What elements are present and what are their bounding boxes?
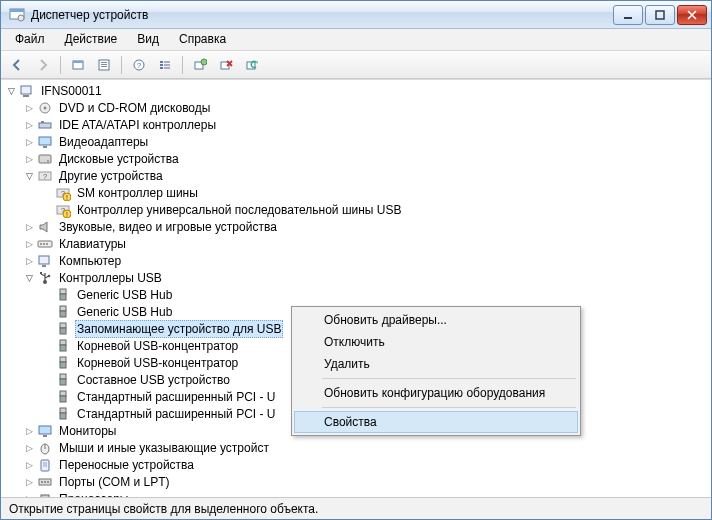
svg-rect-46 — [46, 243, 48, 245]
context-menu-item[interactable]: Обновить конфигурацию оборудования — [294, 382, 578, 404]
svg-rect-52 — [60, 289, 66, 294]
minimize-button[interactable] — [613, 5, 643, 25]
svg-point-2 — [18, 15, 24, 21]
svg-rect-15 — [160, 67, 163, 69]
port-icon — [37, 474, 53, 490]
tree-node-label: Контроллер универсальной последовательно… — [75, 202, 403, 218]
toolbar-back-button[interactable] — [5, 54, 29, 76]
tree-node-label: Видеоадаптеры — [57, 134, 150, 150]
svg-rect-16 — [164, 61, 170, 63]
tree-node-label: Generic USB Hub — [75, 287, 174, 303]
context-menu-item[interactable]: Отключить — [294, 331, 578, 353]
category-node[interactable]: Процессоры — [23, 490, 711, 497]
collapse-icon[interactable] — [5, 85, 17, 97]
toolbar-forward-button[interactable] — [31, 54, 55, 76]
context-menu-item[interactable]: Свойства — [294, 411, 578, 433]
app-icon — [9, 7, 25, 23]
menu-action[interactable]: Действие — [55, 29, 128, 50]
close-button[interactable] — [677, 5, 707, 25]
category-node[interactable]: Контроллеры USB — [23, 269, 711, 286]
usb-plug-icon — [55, 355, 71, 371]
svg-rect-47 — [39, 256, 49, 264]
tree-node-label: IFNS00011 — [39, 83, 104, 99]
expand-icon[interactable] — [23, 425, 35, 437]
category-node[interactable]: Клавиатуры — [23, 235, 711, 252]
display-icon — [37, 134, 53, 150]
svg-rect-31 — [39, 155, 51, 163]
category-node[interactable]: Дисковые устройства — [23, 150, 711, 167]
statusbar: Открытие страницы свойств для выделенног… — [1, 497, 711, 519]
toolbar-list-button[interactable] — [153, 54, 177, 76]
computer-icon — [37, 253, 53, 269]
tree-node-label: Процессоры — [57, 491, 131, 498]
menu-file[interactable]: Файл — [5, 29, 55, 50]
svg-rect-54 — [60, 306, 66, 311]
device-node[interactable]: ?!SM контроллер шины — [41, 184, 711, 201]
tree-node-label: Корневой USB-концентратор — [75, 355, 240, 371]
context-menu-separator — [322, 407, 576, 408]
category-node[interactable]: Видеоадаптеры — [23, 133, 711, 150]
toolbar-update-driver-button[interactable] — [240, 54, 264, 76]
tree-node-label: Другие устройства — [57, 168, 165, 184]
expand-icon[interactable] — [23, 255, 35, 267]
cpu-icon — [37, 491, 53, 498]
tree-node-label: Клавиатуры — [57, 236, 128, 252]
expand-icon[interactable] — [23, 476, 35, 488]
tree-node-label: SM контроллер шины — [75, 185, 200, 201]
svg-point-26 — [44, 106, 47, 109]
toolbar-help-button[interactable]: ? — [127, 54, 151, 76]
svg-rect-66 — [60, 408, 66, 413]
expand-icon[interactable] — [23, 221, 35, 233]
category-node[interactable]: DVD и CD-ROM дисководы — [23, 99, 711, 116]
category-node[interactable]: Компьютер — [23, 252, 711, 269]
device-node[interactable]: Generic USB Hub — [41, 286, 711, 303]
expand-icon[interactable] — [23, 459, 35, 471]
context-menu-item[interactable]: Удалить — [294, 353, 578, 375]
category-node[interactable]: ?Другие устройства — [23, 167, 711, 184]
svg-point-76 — [44, 481, 46, 483]
expand-icon[interactable] — [23, 442, 35, 454]
toolbar-uninstall-button[interactable] — [214, 54, 238, 76]
svg-rect-68 — [39, 426, 51, 434]
toolbar-separator — [60, 56, 61, 74]
collapse-icon[interactable] — [23, 272, 35, 284]
maximize-button[interactable] — [645, 5, 675, 25]
expand-icon[interactable] — [23, 102, 35, 114]
toolbar-scan-button[interactable] — [188, 54, 212, 76]
expand-icon[interactable] — [23, 136, 35, 148]
titlebar[interactable]: Диспетчер устройств — [1, 1, 711, 29]
tree-node-label: Звуковые, видео и игровые устройства — [57, 219, 279, 235]
mouse-icon — [37, 440, 53, 456]
collapse-icon[interactable] — [23, 170, 35, 182]
category-node[interactable]: Переносные устройства — [23, 456, 711, 473]
svg-text:!: ! — [66, 211, 68, 218]
menu-view[interactable]: Вид — [127, 29, 169, 50]
tree-node-label: Составное USB устройство — [75, 372, 232, 388]
svg-rect-6 — [73, 61, 83, 63]
category-node[interactable]: IDE ATA/ATAPI контроллеры — [23, 116, 711, 133]
tree-node-label: Запоминающее устройство для USB — [75, 320, 283, 338]
category-node[interactable]: Порты (COM и LPT) — [23, 473, 711, 490]
svg-rect-3 — [624, 17, 632, 19]
expand-icon[interactable] — [23, 238, 35, 250]
menu-help[interactable]: Справка — [169, 29, 236, 50]
svg-rect-79 — [43, 497, 47, 498]
category-node[interactable]: Мыши и иные указывающие устройст — [23, 439, 711, 456]
toolbar-show-hidden-button[interactable] — [66, 54, 90, 76]
context-menu-separator — [322, 378, 576, 379]
tree-node-label: DVD и CD-ROM дисководы — [57, 100, 212, 116]
svg-rect-9 — [101, 64, 107, 65]
context-menu-item[interactable]: Обновить драйверы... — [294, 309, 578, 331]
category-node[interactable]: Звуковые, видео и игровые устройства — [23, 218, 711, 235]
svg-rect-1 — [10, 9, 24, 12]
usb-plug-icon — [55, 406, 71, 422]
tree-root-node[interactable]: IFNS00011 — [5, 82, 711, 99]
tree-node-label: Переносные устройства — [57, 457, 196, 473]
svg-point-75 — [41, 481, 43, 483]
toolbar-properties-button[interactable] — [92, 54, 116, 76]
expand-icon[interactable] — [23, 153, 35, 165]
expand-icon[interactable] — [23, 119, 35, 131]
expand-icon[interactable] — [23, 493, 35, 498]
device-node[interactable]: ?!Контроллер универсальной последователь… — [41, 201, 711, 218]
tree-node-label: Корневой USB-концентратор — [75, 338, 240, 354]
